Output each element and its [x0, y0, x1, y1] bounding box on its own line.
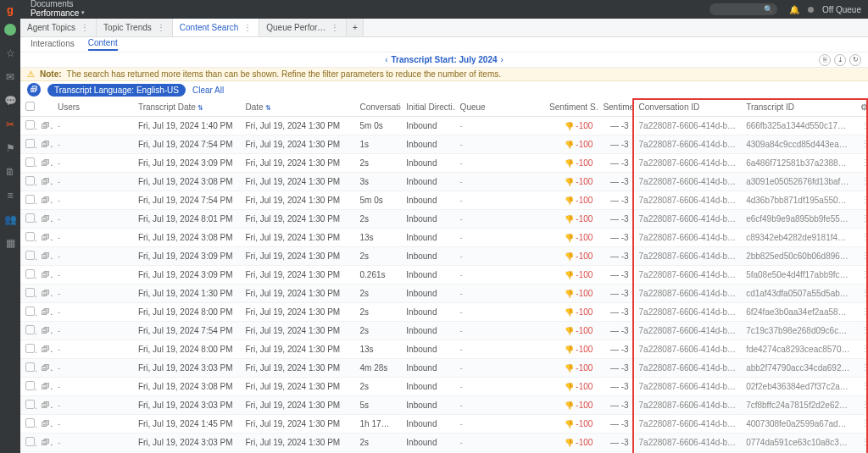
row-checkbox[interactable] — [20, 154, 36, 173]
flag-icon[interactable]: ⚑ — [4, 142, 16, 154]
row-checkbox[interactable] — [20, 359, 36, 378]
col-queue[interactable]: Queue — [455, 98, 544, 117]
row-kebab-button[interactable]: ⋮ — [855, 154, 868, 173]
kebab-icon[interactable]: ⋮ — [331, 23, 339, 32]
row-checkbox[interactable] — [20, 285, 36, 303]
col-transcript-id[interactable]: Transcript ID — [741, 98, 855, 117]
thumb-down-icon: 👎 — [565, 308, 574, 317]
global-search[interactable]: 🔍 — [709, 3, 777, 15]
table-row[interactable]: 🗊-Fri, Jul 19, 2024 1:40 PMFri, Jul 19, … — [20, 117, 868, 135]
inbox-icon[interactable]: ✉ — [4, 71, 16, 83]
kebab-icon[interactable]: ⋮ — [81, 23, 89, 32]
scissors-icon[interactable]: ✂ — [4, 119, 16, 130]
workspace-tab[interactable]: Content Search⋮ — [173, 19, 260, 36]
add-tab-button[interactable]: + — [347, 19, 364, 36]
row-checkbox[interactable] — [20, 173, 36, 191]
grid-icon[interactable]: ▦ — [4, 237, 16, 249]
table-row[interactable]: 🗊-Fri, Jul 19, 2024 1:45 PMFri, Jul 19, … — [20, 415, 868, 434]
row-kebab-button[interactable]: ⋮ — [855, 173, 868, 191]
table-row[interactable]: 🗊-Fri, Jul 19, 2024 1:30 PMFri, Jul 19, … — [20, 285, 868, 303]
row-checkbox[interactable] — [20, 415, 36, 434]
row-kebab-button[interactable]: ⋮ — [855, 396, 868, 415]
col-settings[interactable]: ⚙ — [855, 98, 868, 117]
queue-status[interactable]: Off Queue — [822, 5, 861, 14]
workspace-tab[interactable]: Topic Trends⋮ — [97, 19, 173, 36]
row-kebab-button[interactable]: ⋮ — [855, 191, 868, 210]
topnav-item-documents[interactable]: Documents — [31, 0, 85, 8]
col-users[interactable]: Users — [53, 98, 133, 117]
table-row[interactable]: 🗊-Fri, Jul 19, 2024 3:09 PMFri, Jul 19, … — [20, 266, 868, 285]
refresh-icon[interactable]: ↻ — [849, 54, 861, 66]
row-kebab-button[interactable]: ⋮ — [855, 135, 868, 154]
row-checkbox[interactable] — [20, 396, 36, 415]
date-next-button[interactable]: › — [498, 55, 507, 64]
row-checkbox[interactable] — [20, 191, 36, 210]
col-conversation-dur[interactable]: Conversatio… — [354, 98, 401, 117]
row-kebab-button[interactable]: ⋮ — [855, 117, 868, 135]
row-checkbox[interactable] — [20, 378, 36, 396]
row-kebab-button[interactable]: ⋮ — [855, 322, 868, 340]
workspace-tab[interactable]: Queue Perfor…⋮ — [259, 19, 347, 36]
table-row[interactable]: 🗊-Fri, Jul 19, 2024 8:00 PMFri, Jul 19, … — [20, 340, 868, 359]
table-row[interactable]: 🗊-Fri, Jul 19, 2024 3:03 PMFri, Jul 19, … — [20, 396, 868, 415]
row-kebab-button[interactable]: ⋮ — [855, 434, 868, 452]
row-checkbox[interactable] — [20, 266, 36, 285]
row-checkbox[interactable] — [20, 340, 36, 359]
row-kebab-button[interactable]: ⋮ — [855, 303, 868, 322]
date-prev-button[interactable]: ‹ — [381, 55, 391, 64]
table-row[interactable]: 🗊-Fri, Jul 19, 2024 7:54 PMFri, Jul 19, … — [20, 191, 868, 210]
table-row[interactable]: 🗊-Fri, Jul 19, 2024 3:03 PMFri, Jul 19, … — [20, 359, 868, 378]
col-initial-direction[interactable]: Initial Directi…⇅ — [401, 98, 454, 117]
row-checkbox[interactable] — [20, 434, 36, 452]
row-checkbox[interactable] — [20, 135, 36, 154]
list-icon[interactable]: ≡ — [4, 190, 16, 202]
subtab-interactions[interactable]: Interactions — [31, 39, 75, 50]
kebab-icon[interactable]: ⋮ — [243, 23, 252, 32]
table-row[interactable]: 🗊-Fri, Jul 19, 2024 8:00 PMFri, Jul 19, … — [20, 303, 868, 322]
download-icon[interactable]: ⤓ — [834, 54, 846, 66]
filter-icon[interactable]: ⎘ — [819, 54, 831, 66]
col-sentiment-trend[interactable]: Sentiment Tr… — [598, 98, 633, 117]
col-sentiment-score[interactable]: Sentiment S…⇅ — [544, 98, 598, 117]
kebab-icon[interactable]: ⋮ — [157, 23, 165, 32]
row-checkbox[interactable] — [20, 247, 36, 266]
row-kebab-button[interactable]: ⋮ — [855, 229, 868, 247]
row-checkbox[interactable] — [20, 229, 36, 247]
row-kebab-button[interactable]: ⋮ — [855, 359, 868, 378]
table-row[interactable]: 🗊-Fri, Jul 19, 2024 3:08 PMFri, Jul 19, … — [20, 229, 868, 247]
table-row[interactable]: 🗊-Fri, Jul 19, 2024 8:01 PMFri, Jul 19, … — [20, 210, 868, 229]
row-kebab-button[interactable]: ⋮ — [855, 247, 868, 266]
col-transcript-date[interactable]: Transcript Date⇅ — [133, 98, 241, 117]
clear-all-link[interactable]: Clear All — [192, 86, 224, 95]
table-row[interactable]: 🗊-Fri, Jul 19, 2024 3:08 PMFri, Jul 19, … — [20, 378, 868, 396]
workspace-tab[interactable]: Agent Topics⋮ — [20, 19, 97, 36]
row-checkbox[interactable] — [20, 117, 36, 135]
table-row[interactable]: 🗊-Fri, Jul 19, 2024 3:08 PMFri, Jul 19, … — [20, 173, 868, 191]
col-date[interactable]: Date⇅ — [240, 98, 354, 117]
filter-chip[interactable]: Transcript Language: English-US — [47, 84, 186, 97]
col-checkbox[interactable] — [20, 98, 36, 117]
row-kebab-button[interactable]: ⋮ — [855, 378, 868, 396]
table-row[interactable]: 🗊-Fri, Jul 19, 2024 7:54 PMFri, Jul 19, … — [20, 322, 868, 340]
table-row[interactable]: 🗊-Fri, Jul 19, 2024 3:09 PMFri, Jul 19, … — [20, 154, 868, 173]
table-row[interactable]: 🗊-Fri, Jul 19, 2024 3:03 PMFri, Jul 19, … — [20, 434, 868, 452]
people-icon[interactable]: 👥 — [4, 213, 16, 225]
row-kebab-button[interactable]: ⋮ — [855, 415, 868, 434]
row-checkbox[interactable] — [20, 210, 36, 229]
row-kebab-button[interactable]: ⋮ — [855, 210, 868, 229]
doc-icon[interactable]: 🗎 — [4, 166, 16, 178]
col-conversation-id[interactable]: Conversation ID — [634, 98, 742, 117]
star-icon[interactable]: ☆ — [4, 47, 16, 59]
date-range-label[interactable]: Transcript Start: July 2024 — [391, 55, 497, 64]
table-row[interactable]: 🗊-Fri, Jul 19, 2024 3:09 PMFri, Jul 19, … — [20, 247, 868, 266]
notifications-icon[interactable]: 🔔 — [789, 5, 799, 14]
chat-icon[interactable]: 💬 — [4, 95, 16, 107]
row-checkbox[interactable] — [20, 303, 36, 322]
table-row[interactable]: 🗊-Fri, Jul 19, 2024 7:54 PMFri, Jul 19, … — [20, 135, 868, 154]
row-kebab-button[interactable]: ⋮ — [855, 285, 868, 303]
user-avatar-icon[interactable] — [4, 24, 16, 36]
row-checkbox[interactable] — [20, 322, 36, 340]
row-kebab-button[interactable]: ⋮ — [855, 340, 868, 359]
row-kebab-button[interactable]: ⋮ — [855, 266, 868, 285]
subtab-content[interactable]: Content — [88, 38, 118, 51]
